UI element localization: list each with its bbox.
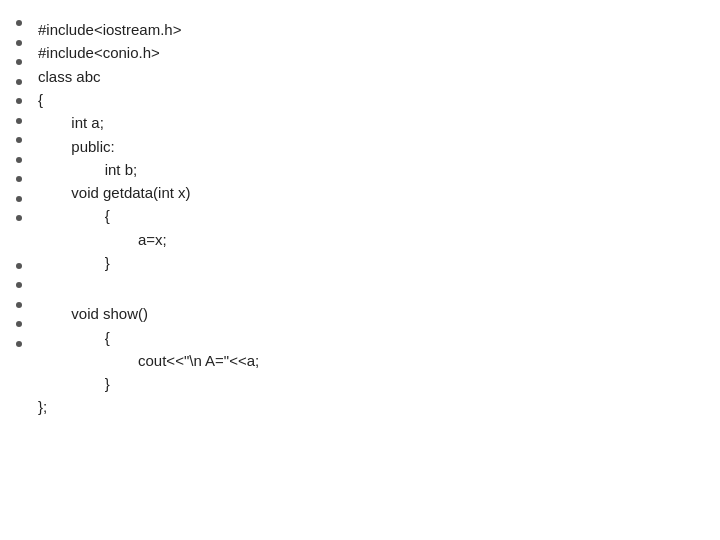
code-line-9: { bbox=[38, 204, 259, 227]
bullet-6 bbox=[16, 118, 22, 124]
bullet-15 bbox=[16, 321, 22, 327]
code-line-13: { bbox=[38, 326, 259, 349]
code-gap bbox=[38, 274, 259, 302]
code-line-12: void show() bbox=[38, 302, 259, 325]
code-line-4: { bbox=[38, 88, 259, 111]
bullet-16 bbox=[16, 341, 22, 347]
code-line-2: #include<conio.h> bbox=[38, 41, 259, 64]
bullet-7 bbox=[16, 137, 22, 143]
code-line-6: public: bbox=[38, 134, 259, 157]
code-line-7: int b; bbox=[38, 158, 259, 181]
bullet-14 bbox=[16, 302, 22, 308]
code-lines: #include<iostream.h> #include<conio.h> c… bbox=[38, 18, 259, 522]
code-line-15: } bbox=[38, 372, 259, 395]
code-line-10: a=x; bbox=[38, 228, 259, 251]
bullet-2 bbox=[16, 40, 22, 46]
code-line-1: #include<iostream.h> bbox=[38, 18, 259, 41]
bullet-5 bbox=[16, 98, 22, 104]
code-line-14: cout<<"\n A="<<a; bbox=[38, 349, 259, 372]
code-line-5: int a; bbox=[38, 111, 259, 134]
code-line-16: }; bbox=[38, 395, 259, 418]
code-line-3: class abc bbox=[38, 65, 259, 88]
bullet-4 bbox=[16, 79, 22, 85]
bullet-13 bbox=[16, 282, 22, 288]
code-line-11: } bbox=[38, 251, 259, 274]
bullet-3 bbox=[16, 59, 22, 65]
bullet-9 bbox=[16, 176, 22, 182]
bullet-8 bbox=[16, 157, 22, 163]
bullet-11 bbox=[16, 215, 22, 221]
code-line-8: void getdata(int x) bbox=[38, 181, 259, 204]
bullet-1 bbox=[16, 20, 22, 26]
bullet-list bbox=[10, 18, 28, 522]
bullet-10 bbox=[16, 196, 22, 202]
code-container: #include<iostream.h> #include<conio.h> c… bbox=[0, 0, 720, 540]
bullet-12 bbox=[16, 263, 22, 269]
